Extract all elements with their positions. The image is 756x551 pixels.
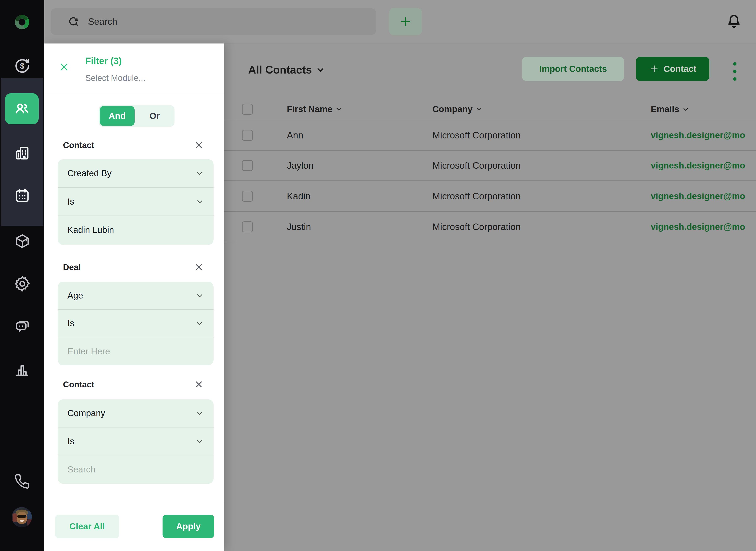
user-avatar[interactable]	[12, 507, 32, 527]
logic-and-button[interactable]: And	[100, 106, 135, 126]
sidebar-item-chat[interactable]	[13, 318, 31, 335]
remove-filter-icon[interactable]	[194, 262, 204, 272]
sidebar-item-settings[interactable]	[13, 274, 31, 293]
chevron-down-icon	[196, 409, 204, 417]
column-header-first-name[interactable]: First Name	[287, 99, 343, 120]
cell-company: Microsoft Corporation	[432, 120, 521, 150]
contacts-people-icon	[13, 100, 30, 117]
global-search[interactable]	[51, 8, 376, 35]
clear-all-button[interactable]: Clear All	[55, 515, 119, 538]
cell-company: Microsoft Corporation	[432, 212, 521, 242]
more-options-button[interactable]	[731, 60, 739, 83]
divider	[44, 93, 224, 93]
plus-icon	[399, 15, 412, 29]
field-select[interactable]: Company	[58, 399, 214, 428]
value-input[interactable]: Kadin Lubin	[58, 216, 214, 244]
apply-button[interactable]: Apply	[163, 515, 214, 538]
cell-email[interactable]: vignesh.designer@mo	[651, 151, 745, 180]
sidebar-item-reports[interactable]	[13, 361, 31, 379]
cell-email[interactable]: vignesh.designer@mo	[651, 120, 745, 150]
notifications-button[interactable]	[727, 14, 741, 29]
cell-email[interactable]: vignesh.designer@mo	[651, 212, 745, 242]
divider	[44, 502, 224, 502]
table-row[interactable]: Jaylon Microsoft Corporation vignesh.des…	[224, 151, 756, 181]
chevron-down-icon	[196, 197, 204, 206]
table-row[interactable]: Kadin Microsoft Corporation vignesh.desi…	[224, 181, 756, 212]
top-bar	[44, 0, 756, 43]
logic-toggle: And Or	[99, 105, 175, 127]
cell-first-name: Ann	[287, 120, 303, 150]
bell-icon	[727, 14, 741, 29]
remove-filter-icon[interactable]	[194, 379, 204, 390]
field-select[interactable]: Age	[58, 282, 214, 310]
filter-panel: Filter (3) Select Module... And Or Conta…	[44, 43, 224, 551]
filter-group-module: Contact	[63, 380, 94, 389]
sidebar-item-calendar[interactable]	[14, 187, 31, 204]
filter-group-module: Contact	[63, 140, 94, 150]
add-contact-label: Contact	[664, 64, 696, 74]
plus-icon	[649, 64, 659, 74]
remove-filter-icon[interactable]	[194, 140, 204, 150]
sidebar: $	[0, 0, 44, 551]
cell-company: Microsoft Corporation	[432, 151, 521, 180]
chevron-down-icon	[316, 65, 325, 75]
close-filter-button[interactable]	[58, 61, 70, 73]
column-header-company[interactable]: Company	[432, 99, 483, 120]
cell-first-name: Jaylon	[287, 151, 314, 180]
filter-group-fields: Age Is Enter Here	[58, 282, 214, 365]
value-search-input[interactable]: Search	[58, 455, 214, 483]
import-contacts-label: Import Contacts	[539, 64, 607, 74]
search-input[interactable]	[88, 16, 340, 27]
svg-text:$: $	[20, 62, 25, 70]
quick-add-button[interactable]	[389, 8, 422, 35]
table-header-row: First Name Company Emails	[224, 99, 756, 120]
filter-group-fields: Created By Is Kadin Lubin	[58, 159, 214, 245]
row-checkbox[interactable]	[242, 221, 253, 232]
operator-select[interactable]: Is	[58, 310, 214, 337]
row-checkbox[interactable]	[242, 130, 253, 141]
select-all-checkbox[interactable]	[242, 104, 253, 115]
add-contact-button[interactable]: Contact	[636, 57, 709, 81]
filter-title: Filter (3)	[85, 56, 122, 66]
cell-email[interactable]: vignesh.designer@mo	[651, 181, 745, 211]
field-select[interactable]: Created By	[58, 159, 214, 188]
filter-group-fields: Company Is Search	[58, 399, 214, 484]
cell-first-name: Justin	[287, 212, 311, 242]
chevron-down-icon	[196, 292, 204, 300]
search-icon	[67, 15, 80, 28]
chevron-down-icon	[196, 319, 204, 328]
row-checkbox[interactable]	[242, 160, 253, 171]
sidebar-item-products[interactable]	[13, 232, 31, 250]
row-checkbox[interactable]	[242, 191, 253, 202]
view-selector[interactable]: All Contacts	[248, 63, 325, 76]
app-root: $	[0, 0, 756, 551]
sidebar-item-contacts[interactable]	[5, 93, 39, 124]
chevron-down-icon	[196, 437, 204, 446]
sidebar-item-calls[interactable]	[14, 474, 30, 489]
chevron-down-icon	[196, 169, 204, 177]
table-row[interactable]: Ann Microsoft Corporation vignesh.design…	[224, 120, 756, 151]
column-header-emails[interactable]: Emails	[651, 99, 689, 120]
contacts-table: First Name Company Emails Ann Microsoft …	[224, 99, 756, 243]
sidebar-item-companies[interactable]	[13, 144, 31, 162]
view-title-label: All Contacts	[248, 63, 312, 76]
app-logo-icon[interactable]	[13, 13, 31, 31]
import-contacts-button[interactable]: Import Contacts	[522, 57, 624, 81]
cell-first-name: Kadin	[287, 181, 311, 211]
value-input[interactable]: Enter Here	[58, 337, 214, 365]
select-module-dropdown[interactable]: Select Module...	[85, 73, 146, 83]
operator-select[interactable]: Is	[58, 428, 214, 455]
revenue-refresh-icon[interactable]: $	[12, 56, 32, 76]
filter-group-module: Deal	[63, 262, 81, 272]
table-row[interactable]: Justin Microsoft Corporation vignesh.des…	[224, 212, 756, 242]
operator-select[interactable]: Is	[58, 188, 214, 216]
logic-or-button[interactable]: Or	[135, 111, 175, 121]
cell-company: Microsoft Corporation	[432, 181, 521, 211]
